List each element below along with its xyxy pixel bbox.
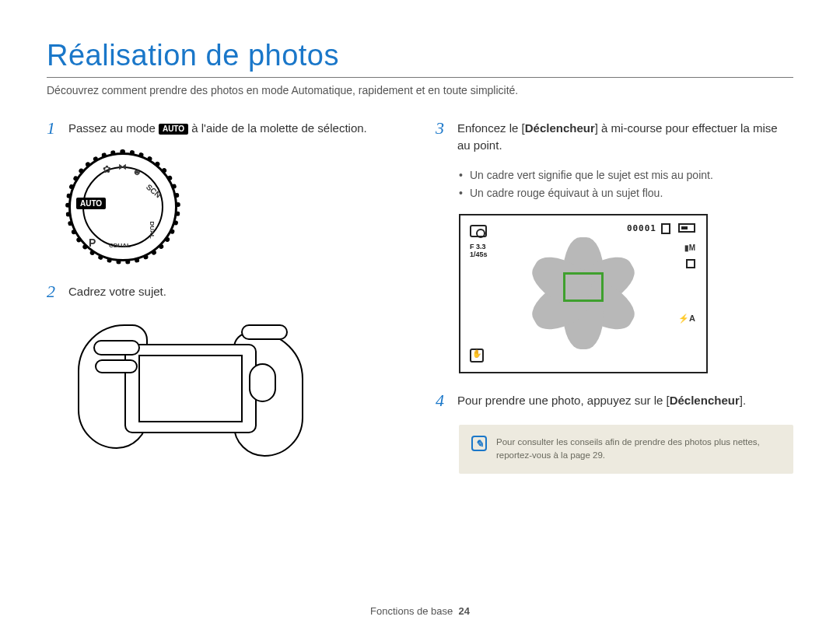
tip-text: Pour consulter les conseils afin de pren…: [496, 436, 781, 463]
step-3: 3 Enfoncez le [Déclencheur] à mi-course …: [436, 118, 793, 154]
dial-auto-label: AUTO: [76, 198, 106, 209]
step-text: Cadrez votre sujet.: [68, 282, 166, 302]
step3-bullets: Un cadre vert signifie que le sujet est …: [459, 168, 793, 201]
right-finger-shape: [241, 324, 288, 340]
dial-cdual-label: CDUAL: [109, 242, 131, 249]
step-number: 4: [436, 391, 451, 411]
bullet-green-frame: Un cadre vert signifie que le sujet est …: [459, 168, 793, 184]
dial-smart-icon: ⧓: [118, 162, 127, 172]
step-number: 3: [436, 118, 451, 154]
dial-dual-label: DUAL: [148, 222, 155, 239]
mode-dial-illustration: AUTO P ✿ ⧓ ☻ SCN DUAL CDUAL: [68, 152, 177, 261]
step4-pre: Pour prendre une photo, appuyez sur le [: [457, 394, 670, 407]
step4-post: ].: [740, 394, 746, 407]
left-column: 1 Passez au mode AUTO à l'aide de la mol…: [47, 118, 404, 474]
lcd-preview-illustration: F 3.3 1/45s 00001 ▮M ⚡A: [459, 214, 708, 373]
step-text: Pour prendre une photo, appuyez sur le […: [457, 391, 746, 411]
shutter-label: 1/45s: [470, 250, 488, 258]
step-number: 1: [47, 118, 62, 138]
camera-body: [124, 344, 257, 433]
camera-rear-screen: [138, 355, 243, 422]
right-thumb-shape: [249, 363, 276, 402]
page-title: Réalisation de photos: [47, 39, 793, 72]
step-text: Passez au mode AUTO à l'aide de la molet…: [68, 118, 367, 138]
shots-remaining-counter: 00001: [627, 223, 656, 233]
footer-section: Fonctions de base: [370, 605, 453, 617]
flash-mode-icon: ⚡A: [678, 313, 695, 324]
step-text: Enfoncez le [Déclencheur] à mi-course po…: [457, 118, 793, 154]
focus-frame-green: [563, 272, 604, 302]
left-finger-shape-2: [95, 359, 138, 373]
title-rule: [47, 77, 793, 78]
page-footer: Fonctions de base 24: [0, 605, 840, 617]
step1-post: à l'aide de la molette de sélection.: [191, 121, 367, 135]
step3-bold: Déclencheur: [525, 121, 595, 135]
manual-page: Réalisation de photos Découvrez comment …: [0, 0, 840, 634]
anti-shake-icon: [470, 349, 484, 363]
step-2: 2 Cadrez votre sujet.: [47, 282, 404, 302]
note-icon: ✎: [471, 436, 487, 451]
right-column: 3 Enfoncez le [Déclencheur] à mi-course …: [436, 118, 793, 474]
tip-callout: ✎ Pour consulter les conseils afin de pr…: [459, 425, 793, 474]
footer-page-number: 24: [459, 605, 470, 617]
camera-in-hands-illustration: [78, 317, 303, 472]
image-size-icon: ▮M: [684, 243, 695, 252]
step-number: 2: [47, 282, 62, 302]
content-columns: 1 Passez au mode AUTO à l'aide de la mol…: [47, 118, 793, 474]
step1-pre: Passez au mode: [68, 121, 159, 135]
page-subtitle: Découvrez comment prendre des photos en …: [47, 84, 793, 96]
exposure-readout: F 3.3 1/45s: [470, 243, 488, 259]
auto-mode-badge: AUTO: [159, 124, 188, 135]
step-1: 1 Passez au mode AUTO à l'aide de la mol…: [47, 118, 404, 138]
step-4: 4 Pour prendre une photo, appuyez sur le…: [436, 391, 793, 411]
quality-icon: [686, 259, 695, 268]
fnumber-label: F 3.3: [470, 243, 486, 250]
memory-card-icon: [661, 223, 670, 234]
step3-pre: Enfoncez le [: [457, 121, 525, 135]
dial-face-icon: ☻: [132, 166, 142, 177]
battery-icon: [678, 223, 695, 233]
bullet-red-frame: Un cadre rouge équivaut à un sujet flou.: [459, 186, 793, 201]
dial-p-label: P: [89, 236, 96, 249]
left-finger-shape: [93, 340, 140, 356]
dial-flower-icon: ✿: [103, 163, 111, 175]
step4-bold: Déclencheur: [670, 394, 740, 407]
camera-mode-icon: [470, 225, 487, 237]
